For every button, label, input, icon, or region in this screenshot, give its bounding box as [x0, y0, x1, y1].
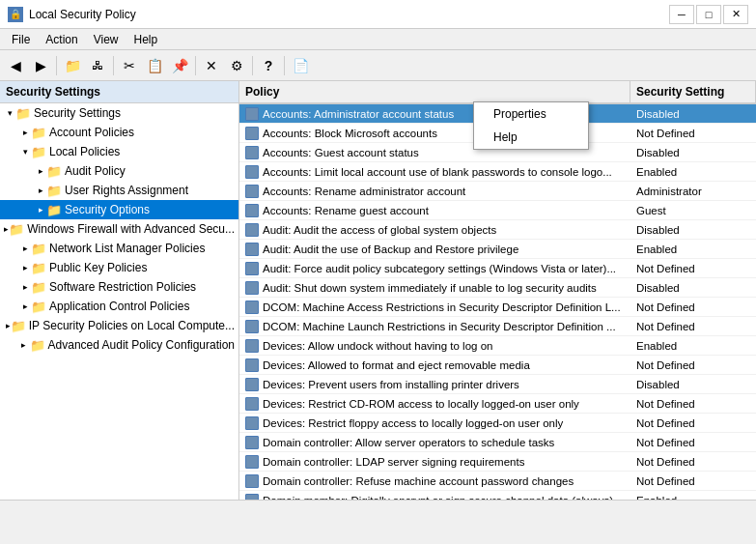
tree-item-11[interactable]: ▸📁Application Control Policies: [0, 297, 238, 316]
tree-item-7[interactable]: ▸📁Windows Firewall with Advanced Secu...: [0, 219, 238, 239]
policy-cell: Accounts: Limit local account use of bla…: [239, 164, 630, 180]
policy-icon: [245, 301, 259, 314]
list-body[interactable]: Accounts: Administrator account status D…: [239, 104, 756, 500]
tree-arrow-collapsed[interactable]: ▸: [19, 301, 31, 311]
tree-item-8[interactable]: ▸📁Network List Manager Policies: [0, 239, 238, 258]
policy-label: Accounts: Rename guest account: [263, 205, 429, 216]
policy-label: Domain controller: Allow server operator…: [263, 437, 554, 448]
setting-cell: Enabled: [630, 243, 756, 256]
tree-panel[interactable]: Security Settings ▾📁Security Settings▸📁A…: [0, 81, 239, 500]
list-row[interactable]: Domain controller: Refuse machine accoun…: [239, 472, 756, 491]
policy-cell: DCOM: Machine Access Restrictions in Sec…: [239, 300, 630, 315]
tree-item-9[interactable]: ▸📁Public Key Policies: [0, 258, 238, 277]
context-menu-item-help[interactable]: Help: [474, 126, 588, 149]
paste-button[interactable]: 📌: [168, 54, 191, 77]
list-row[interactable]: Accounts: Limit local account use of bla…: [239, 162, 756, 182]
column-security-setting[interactable]: Security Setting: [630, 81, 756, 102]
policy-icon: [245, 127, 259, 140]
close-button[interactable]: ✕: [723, 5, 748, 24]
tree-arrow-collapsed[interactable]: ▸: [35, 186, 46, 195]
tree-item-label: Advanced Audit Policy Configuration: [48, 338, 235, 352]
tree-item-12[interactable]: ▸📁IP Security Policies on Local Compute.…: [0, 316, 238, 335]
tree-item-6[interactable]: ▸📁Security Options: [0, 200, 238, 219]
tree-arrow-collapsed[interactable]: ▸: [35, 205, 46, 215]
policy-label: Audit: Audit the use of Backup and Resto…: [263, 243, 518, 255]
tree-item-13[interactable]: ▸📁Advanced Audit Policy Configuration: [0, 335, 238, 355]
setting-cell: Not Defined: [630, 301, 756, 314]
folder-button[interactable]: 📁: [61, 54, 84, 77]
list-row[interactable]: Audit: Audit the use of Backup and Resto…: [239, 240, 756, 259]
context-menu-item-properties[interactable]: Properties: [474, 102, 588, 126]
menu-view[interactable]: View: [86, 31, 126, 48]
tree-arrow-collapsed[interactable]: ▸: [19, 263, 31, 272]
tree-item-3[interactable]: ▾📁Local Policies: [0, 142, 238, 161]
cut-button[interactable]: ✂: [118, 54, 141, 77]
tree-arrow-collapsed[interactable]: ▸: [18, 340, 29, 350]
policy-icon: [245, 378, 259, 391]
tree-arrow-collapsed[interactable]: ▸: [19, 282, 31, 292]
policy-label: Accounts: Guest account status: [263, 147, 419, 158]
policy-label: Audit: Audit the access of global system…: [263, 224, 496, 236]
list-row[interactable]: Accounts: Rename guest account Guest: [239, 201, 756, 220]
list-row[interactable]: Domain member: Digitally encrypt or sign…: [239, 491, 756, 500]
list-row[interactable]: DCOM: Machine Access Restrictions in Sec…: [239, 298, 756, 317]
policy-icon: [245, 494, 259, 501]
policy-cell: Domain controller: Refuse machine accoun…: [239, 473, 630, 489]
policy-label: Domain controller: Refuse machine accoun…: [263, 475, 574, 487]
list-row[interactable]: Audit: Audit the access of global system…: [239, 220, 756, 240]
tree-arrow-collapsed[interactable]: ▸: [35, 166, 46, 176]
menu-action[interactable]: Action: [38, 31, 85, 48]
status-bar: [0, 500, 756, 521]
tree-header: Security Settings: [0, 81, 238, 103]
setting-cell: Disabled: [630, 107, 756, 121]
tree-arrow-collapsed[interactable]: ▸: [19, 128, 31, 137]
tree-item-1[interactable]: ▾📁Security Settings: [0, 103, 238, 123]
tree-item-label: Audit Policy: [65, 164, 126, 178]
folder-icon: 📁: [31, 144, 46, 159]
policy-cell: Audit: Audit the access of global system…: [239, 222, 630, 238]
maximize-button[interactable]: □: [696, 5, 721, 24]
tree-item-4[interactable]: ▸📁Audit Policy: [0, 161, 238, 181]
back-button[interactable]: ◀: [4, 54, 27, 77]
tree-arrow-expanded[interactable]: ▾: [19, 147, 31, 157]
tree-item-2[interactable]: ▸📁Account Policies: [0, 123, 238, 142]
tree-item-label: Account Policies: [49, 126, 134, 139]
list-row[interactable]: Devices: Restrict CD-ROM access to local…: [239, 394, 756, 414]
list-row[interactable]: Domain controller: Allow server operator…: [239, 433, 756, 452]
setting-cell: Not Defined: [630, 436, 756, 449]
tree-item-label: Security Settings: [34, 106, 121, 120]
policy-cell: DCOM: Machine Launch Restrictions in Sec…: [239, 319, 630, 334]
policy-icon: [245, 455, 259, 469]
list-row[interactable]: DCOM: Machine Launch Restrictions in Sec…: [239, 317, 756, 336]
minimize-button[interactable]: ─: [669, 5, 694, 24]
properties-button[interactable]: ⚙: [225, 54, 248, 77]
policy-cell: Domain member: Digitally encrypt or sign…: [239, 493, 630, 501]
policy-icon: [245, 436, 259, 449]
tree-arrow-collapsed[interactable]: ▸: [19, 243, 31, 253]
folder-icon: 📁: [46, 163, 62, 179]
tree-item-label: Network List Manager Policies: [49, 242, 205, 255]
list-row[interactable]: Devices: Prevent users from installing p…: [239, 375, 756, 394]
delete-button[interactable]: ✕: [200, 54, 223, 77]
tree-arrow-expanded[interactable]: ▾: [4, 108, 15, 118]
copy-button[interactable]: 📋: [143, 54, 166, 77]
list-row[interactable]: Audit: Force audit policy subcategory se…: [239, 259, 756, 278]
list-row[interactable]: Domain controller: LDAP server signing r…: [239, 452, 756, 472]
policy-cell: Audit: Force audit policy subcategory se…: [239, 261, 630, 276]
forward-button[interactable]: ▶: [29, 54, 52, 77]
tree-button[interactable]: 🖧: [86, 54, 109, 77]
list-row[interactable]: Devices: Allowed to format and eject rem…: [239, 356, 756, 375]
tree-item-10[interactable]: ▸📁Software Restriction Policies: [0, 277, 238, 297]
list-row[interactable]: Devices: Restrict floppy access to local…: [239, 414, 756, 433]
list-row[interactable]: Devices: Allow undock without having to …: [239, 336, 756, 356]
column-policy[interactable]: Policy: [239, 81, 630, 102]
list-row[interactable]: Accounts: Rename administrator account A…: [239, 182, 756, 201]
help-button[interactable]: ?: [257, 54, 280, 77]
policy-icon: [245, 165, 259, 179]
menu-file[interactable]: File: [4, 31, 38, 48]
list-row[interactable]: Audit: Shut down system immediately if u…: [239, 278, 756, 298]
tree-item-5[interactable]: ▸📁User Rights Assignment: [0, 181, 238, 200]
policy-label: DCOM: Machine Access Restrictions in Sec…: [263, 301, 621, 313]
export-button[interactable]: 📄: [289, 54, 312, 77]
menu-help[interactable]: Help: [126, 31, 166, 48]
